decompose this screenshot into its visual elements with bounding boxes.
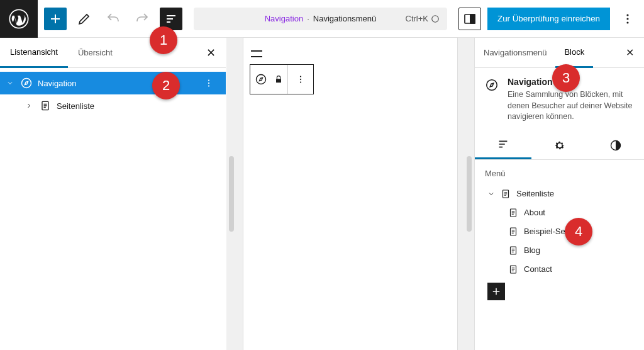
block-toolbar (250, 64, 314, 94)
page-icon (508, 264, 519, 275)
svg-point-15 (300, 79, 301, 80)
page-icon (508, 207, 519, 218)
tree-item-pagelist[interactable]: Seitenliste (0, 94, 226, 117)
menu-heading: Menü (485, 169, 634, 178)
compass-icon (255, 73, 267, 86)
annotation-2: 2 (152, 72, 180, 99)
svg-point-10 (208, 85, 209, 86)
chevron-right-icon (25, 102, 34, 110)
tab-list-view[interactable]: Listenansicht (0, 38, 68, 68)
menu-item-pagelist[interactable]: Seitenliste (485, 184, 634, 203)
breadcrumb-current: Navigationsmenü (313, 14, 376, 23)
compass-icon (485, 77, 500, 123)
contrast-icon (609, 139, 622, 152)
svg-point-4 (626, 14, 628, 16)
inspector-sub-tabs (475, 132, 644, 160)
svg-point-5 (626, 18, 628, 20)
add-menu-item-button[interactable] (487, 283, 505, 300)
tree-item-options[interactable] (198, 77, 219, 89)
tab-outline[interactable]: Übersicht (68, 38, 123, 68)
list-view-panel: Listenansicht Übersicht ✕ Navigation (0, 38, 226, 350)
gear-icon (553, 139, 566, 152)
sub-tab-styles[interactable] (587, 132, 644, 159)
options-button[interactable] (616, 8, 639, 30)
annotation-3: 3 (552, 64, 580, 92)
toolbar-more[interactable] (288, 65, 313, 94)
editor-canvas[interactable] (243, 38, 457, 350)
tree-item-label: Navigation (38, 79, 76, 88)
breadcrumb-root: Navigation (265, 14, 303, 23)
tree-item-label: Seitenliste (57, 101, 94, 111)
block-card-desc: Eine Sammlung von Blöcken, mit denen Bes… (508, 89, 634, 123)
annotation-1: 1 (150, 26, 177, 54)
compass-icon (20, 77, 33, 89)
lock-icon (274, 74, 284, 84)
menu-item[interactable]: About (485, 203, 634, 222)
svg-point-12 (256, 75, 265, 84)
page-icon (508, 245, 519, 256)
toolbar-block-controls[interactable] (250, 65, 288, 94)
menu-item[interactable]: Contact (485, 260, 634, 279)
block-tree: Navigation Seitenliste (0, 68, 226, 121)
scrollbar[interactable] (229, 156, 234, 232)
wordpress-logo[interactable] (0, 0, 38, 38)
submit-review-button[interactable]: Zur Überprüfung einreichen (487, 8, 610, 30)
add-block-button[interactable] (44, 8, 67, 30)
chevron-down-icon (487, 190, 495, 198)
left-tabs: Listenansicht Übersicht ✕ (0, 38, 226, 68)
chevron-down-icon (6, 79, 15, 87)
undo-button[interactable] (102, 8, 125, 30)
editor-layout: Listenansicht Übersicht ✕ Navigation (0, 38, 644, 350)
sub-tab-settings[interactable] (531, 132, 588, 159)
close-list-view[interactable]: ✕ (196, 46, 226, 60)
sub-tab-list[interactable] (475, 132, 531, 159)
list-icon (496, 137, 510, 151)
svg-point-9 (208, 82, 209, 84)
svg-point-6 (626, 21, 628, 23)
command-bar[interactable]: Navigation · Navigationsmenü Ctrl+K (194, 8, 447, 30)
sidebar-toggle-button[interactable] (458, 8, 481, 30)
redo-button[interactable] (131, 8, 153, 30)
svg-rect-13 (276, 79, 281, 82)
menu-item[interactable]: Blog (485, 241, 634, 260)
svg-point-7 (22, 79, 31, 88)
page-icon (508, 226, 519, 237)
scrollbar[interactable] (467, 156, 472, 232)
svg-point-1 (432, 15, 439, 22)
right-tabs: Navigationsmenü Block ✕ (475, 38, 644, 68)
editor-topbar: Navigation · Navigationsmenü Ctrl+K Zur … (0, 0, 644, 38)
tab-block[interactable]: Block (555, 38, 593, 68)
tab-nav-menu[interactable]: Navigationsmenü (475, 38, 555, 68)
command-shortcut: Ctrl+K (406, 14, 440, 23)
tree-item-navigation[interactable]: Navigation (0, 72, 226, 94)
svg-point-17 (487, 80, 497, 91)
menu-tree: Seitenliste About Beispiel-Seite Blog Co… (485, 184, 634, 300)
menu-icon[interactable] (251, 48, 267, 59)
menu-item[interactable]: Beispiel-Seite (485, 222, 634, 241)
svg-point-14 (300, 76, 301, 77)
edit-button[interactable] (73, 8, 96, 30)
close-settings[interactable]: ✕ (616, 47, 644, 59)
menu-section: Menü Seitenliste About Bei (475, 160, 644, 309)
svg-point-8 (208, 79, 209, 81)
page-icon (39, 99, 52, 112)
annotation-4: 4 (565, 218, 592, 246)
more-icon (295, 74, 306, 85)
page-icon (500, 188, 511, 200)
svg-point-16 (300, 81, 301, 82)
svg-rect-3 (470, 14, 475, 23)
editor-canvas-wrap (226, 38, 474, 350)
